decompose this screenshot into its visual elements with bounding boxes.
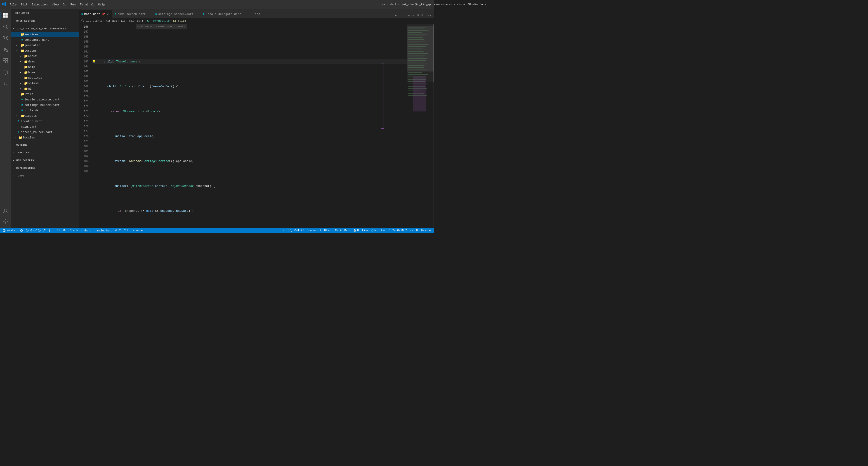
menu-go[interactable]: Go (61, 2, 68, 7)
layout-button[interactable]: ⊞ (421, 13, 424, 18)
deps-header[interactable]: DEPENDENCIES (11, 165, 79, 171)
activity-search[interactable] (0, 21, 11, 32)
outline-header[interactable]: OUTLINE (11, 142, 79, 148)
status-no-device[interactable]: No Device (415, 229, 432, 232)
svg-rect-18 (6, 61, 8, 63)
menu-file[interactable]: File (8, 2, 18, 7)
timeline-header[interactable]: TIMELINE (11, 150, 79, 156)
status-eol[interactable]: CRLF (334, 229, 343, 232)
tree-item-screen-router[interactable]: D screen_router.dart (11, 129, 79, 135)
tab-locale-delegate-close[interactable]: ✕ (243, 12, 245, 16)
menu-selection[interactable]: Selection (30, 2, 49, 7)
tab-main-dart-close[interactable]: ✕ (106, 12, 109, 16)
tree-item-home[interactable]: 📁 home (11, 70, 79, 75)
code-editor[interactable]: 156 157 158 159 160 161 162 163 164 165 … (79, 24, 407, 228)
status-file-check[interactable]: ✓ main.dart (93, 228, 113, 233)
status-dart-check[interactable]: ✓ dart (80, 228, 92, 233)
minimap[interactable] (407, 24, 434, 228)
run-dart-button[interactable]: ▶ (394, 13, 398, 18)
tree-item-locator[interactable]: D locator.dart (11, 119, 79, 124)
menu-view[interactable]: View (50, 2, 61, 7)
tree-item-main-dart[interactable]: D main.dart (11, 124, 79, 129)
breadcrumb-lib[interactable]: lib (121, 20, 125, 23)
tab-locale-delegate[interactable]: D locale_delegate.dart ✕ (200, 10, 248, 18)
forward-button[interactable]: → (412, 13, 415, 18)
tree-item-settings-helper[interactable]: D settings_helper.dart (11, 102, 79, 108)
menu-run[interactable]: Run (68, 2, 77, 7)
breadcrumb-class[interactable]: _MyAppState (147, 20, 169, 23)
activity-run-debug[interactable] (0, 44, 11, 55)
npm-header[interactable]: NPM SCRIPTS (11, 157, 79, 163)
status-indentation[interactable]: {.}: 33 (48, 228, 61, 233)
tree-item-demo[interactable]: 📁 demo (11, 59, 79, 64)
breadcrumb-file[interactable]: main.dart (129, 20, 144, 23)
tree-item-utils[interactable]: 📁 utils (11, 91, 79, 97)
line-num-178: 178 (81, 134, 89, 139)
tab-main-dart[interactable]: D main.dart 📌 ✕ (79, 10, 112, 18)
status-go-live[interactable]: 📡 Go Live (352, 229, 370, 232)
demo-label: demo (28, 60, 35, 63)
locale-delegate-tab-icon: D (203, 13, 205, 16)
bracket-guide (381, 24, 384, 228)
restart-button[interactable]: ↺ (403, 13, 406, 18)
tree-item-utils-dart[interactable]: D utils.dart (11, 108, 79, 113)
tree-item-settings-folder[interactable]: 📁 settings (11, 75, 79, 81)
status-spaces[interactable]: Spaces: 2 (305, 229, 323, 232)
breadcrumb-workspace[interactable]: iot_starter_kit_app (81, 20, 117, 23)
activity-explorer[interactable] (0, 10, 11, 21)
status-errors[interactable]: ⓪ 0 ⚠ 0 ⓪ 17 (25, 228, 47, 233)
step-over-button[interactable]: ⤵ (398, 13, 402, 18)
lightbulb-icon[interactable]: 💡 (92, 59, 96, 64)
status-tabnine[interactable]: tabnine (130, 228, 144, 233)
more-actions[interactable]: ··· (425, 13, 432, 18)
tree-item-ui[interactable]: 📁 ui (11, 86, 79, 91)
tab-settings-screen-close[interactable]: ✕ (195, 12, 197, 16)
status-encoding[interactable]: UTF-8 (323, 229, 334, 232)
tree-item-locale-delegate[interactable]: D locale_delegate.dart (11, 97, 79, 102)
activity-settings[interactable] (0, 216, 11, 227)
tab-app-close[interactable]: ✕ (261, 12, 264, 16)
svg-point-26 (147, 20, 149, 22)
tab-app[interactable]: ⬡ app ✕ (248, 10, 267, 18)
code-content[interactable]: chall3ng3r, 2 weeks ago • tweaks 💡 child… (90, 24, 407, 228)
tree-item-locales[interactable]: 📁 locales (11, 135, 79, 140)
status-git-graph[interactable]: Git Graph (62, 228, 79, 233)
menu-terminal[interactable]: Terminal (78, 2, 96, 7)
tree-item-screens[interactable]: 📁 screens (11, 48, 79, 53)
status-language[interactable]: Dart (343, 229, 352, 232)
tab-home-screen[interactable]: D home_screen.dart ✕ (112, 10, 153, 18)
utils-folder-icon: 📁 (20, 92, 24, 96)
sidebar-more-icon[interactable]: ··· (67, 11, 74, 15)
activity-source-control[interactable] (0, 33, 11, 43)
tab-settings-screen[interactable]: D settings_screen.dart ✕ (153, 10, 200, 18)
todos-header[interactable]: TODOS (11, 173, 79, 179)
svg-rect-69 (407, 24, 434, 82)
tree-item-about[interactable]: 📁 about (11, 53, 79, 59)
open-editors-header[interactable]: OPEN EDITORS (11, 18, 79, 24)
split-editor-button[interactable]: ⊟ (416, 13, 420, 18)
activity-account[interactable] (0, 205, 11, 216)
menu-help[interactable]: Help (96, 2, 107, 7)
tree-item-constants[interactable]: D constants.dart (11, 37, 79, 42)
status-git-branch[interactable]: master (2, 228, 18, 233)
status-sync[interactable] (19, 228, 24, 233)
editor-main[interactable]: 156 157 158 159 160 161 162 163 164 165 … (79, 24, 407, 228)
activity-extensions[interactable] (0, 55, 11, 66)
status-commit[interactable]: # 215732 (114, 228, 129, 233)
workspace-header[interactable]: IOT_STARTER_KIT_APP (WORKSPACE) (11, 26, 79, 32)
status-line-col[interactable]: Ln 156, Col 28 (280, 229, 306, 232)
activity-remote[interactable] (0, 67, 11, 78)
tree-item-splash[interactable]: 📁 splash (11, 81, 79, 86)
back-button[interactable]: ← (407, 13, 411, 18)
menu-edit[interactable]: Edit (19, 2, 29, 7)
breadcrumb-method[interactable]: build (173, 20, 186, 23)
tree-item-generated[interactable]: 📁 generated (11, 42, 79, 48)
activity-testing[interactable] (0, 79, 11, 90)
tabnine-label: tabnine (131, 229, 143, 232)
tree-item-widgets[interactable]: 📁 widgets (11, 113, 79, 119)
tree-item-services[interactable]: 📁 services (11, 32, 79, 37)
tree-item-help[interactable]: 📁 help (11, 64, 79, 70)
activity-bar (0, 9, 11, 228)
tab-home-screen-close[interactable]: ✕ (147, 12, 150, 16)
status-flutter[interactable]: ⬡ Flutter: 1.24.0-10.2.pre (370, 229, 415, 232)
